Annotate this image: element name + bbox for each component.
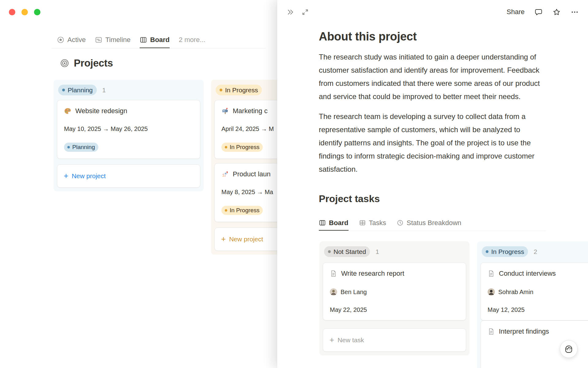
status-dot (328, 250, 331, 253)
document-icon (330, 270, 337, 277)
column-header: Planning 1 (58, 85, 199, 95)
new-task-button[interactable]: + New task (323, 328, 466, 352)
share-button[interactable]: Share (507, 8, 525, 16)
project-tasks-heading: Project tasks (319, 193, 546, 205)
clock-icon (397, 219, 404, 226)
status-dot (62, 89, 65, 91)
assignee-row: Sohrab Amin (488, 288, 588, 296)
table-icon (359, 219, 366, 226)
ai-face-icon (564, 344, 574, 354)
plus-icon: + (330, 336, 334, 344)
card-title: Write research report (341, 270, 404, 278)
board-icon (140, 36, 147, 44)
status-dot (67, 146, 70, 148)
tab-label: Board (329, 219, 349, 227)
tab-status-breakdown[interactable]: Status Breakdown (397, 216, 462, 231)
tasks-board: Not Started 1 Write research report (319, 241, 588, 368)
tab-label: Timeline (105, 36, 130, 44)
document-icon (488, 328, 495, 335)
status-pill-not-started[interactable]: Not Started (324, 246, 370, 257)
avatar-ben-lang (330, 288, 337, 296)
favorite-star-icon[interactable] (552, 8, 561, 16)
timeline-icon (95, 36, 102, 44)
column-header: In Progress 2 (482, 246, 588, 257)
status-dot (220, 89, 222, 91)
tab-label: Tasks (369, 219, 386, 227)
assignee-row: Ben Lang (330, 288, 459, 296)
tab-label: 2 more... (179, 36, 205, 44)
card-title: Website redesign (75, 107, 127, 115)
panel-content: About this project The research study wa… (319, 0, 546, 368)
avatar-sohrab-amin (488, 288, 495, 296)
card-dates: May 10, 2025 → May 26, 2025 (64, 125, 193, 132)
close-peek-chevrons-icon[interactable] (286, 8, 295, 16)
comments-icon[interactable] (534, 8, 543, 16)
status-pill-planning[interactable]: Planning (58, 85, 97, 95)
assignee-name: Ben Lang (341, 289, 367, 296)
tab-label: Active (67, 36, 86, 44)
new-project-button[interactable]: + New project (57, 164, 200, 188)
about-heading: About this project (319, 29, 546, 44)
task-card-write-research-report[interactable]: Write research report Ben Lang May 22, 2… (323, 263, 466, 320)
palette-icon (64, 107, 71, 115)
window-controls (9, 9, 40, 15)
close-window-button[interactable] (9, 9, 15, 15)
card-title: Marketing c (233, 107, 268, 115)
status-dot (225, 146, 227, 148)
page-title-row: Projects (60, 56, 113, 71)
rocket-icon (221, 171, 229, 178)
status-dot (486, 250, 488, 253)
more-options-icon[interactable] (571, 8, 579, 16)
column-header: Not Started 1 (324, 246, 465, 257)
target-icon (60, 59, 69, 68)
card-title: Product laun (233, 170, 271, 178)
notion-ai-button[interactable] (560, 340, 578, 358)
plus-icon: + (64, 172, 68, 180)
open-full-page-icon[interactable] (301, 8, 309, 16)
task-date: May 22, 2025 (330, 306, 459, 313)
assignee-name: Sohrab Amin (498, 289, 533, 296)
minimize-window-button[interactable] (21, 9, 28, 15)
tab-timeline[interactable]: Timeline (95, 32, 130, 48)
card-status-tag: Planning (64, 143, 193, 152)
tab-tasks-table[interactable]: Tasks (359, 216, 386, 231)
panel-toolbar: Share (277, 0, 588, 24)
column-count: 1 (375, 248, 379, 255)
document-icon (488, 270, 495, 277)
card-title: Interpret findings (499, 328, 549, 335)
tab-board[interactable]: Board (140, 32, 170, 48)
status-dot (225, 209, 227, 212)
tab-more-views[interactable]: 2 more... (179, 32, 205, 48)
plus-icon: + (221, 235, 226, 243)
board-column-planning: Planning 1 Website redesign May 10, 2025… (54, 80, 204, 191)
page-title: Projects (74, 57, 113, 69)
tab-active[interactable]: Active (57, 32, 86, 48)
task-date: May 12, 2025 (488, 306, 588, 313)
task-card-conduct-interviews[interactable]: Conduct interviews Sohrab Amin May 12, 2… (481, 263, 588, 320)
mailbox-icon (221, 107, 229, 115)
star-circle-icon (57, 36, 64, 44)
tasks-view-tabs: Board Tasks Status Breakdown (319, 216, 546, 231)
side-peek-panel: Share About this project The research st… (277, 0, 588, 368)
project-card-website-redesign[interactable]: Website redesign May 10, 2025 → May 26, … (57, 100, 200, 159)
about-paragraph-2: The research team is developing a survey… (319, 110, 544, 176)
column-count: 2 (533, 248, 537, 255)
card-title: Conduct interviews (499, 270, 556, 278)
status-pill-in-progress[interactable]: In Progress (216, 85, 262, 95)
tab-label: Status Breakdown (407, 219, 462, 227)
view-tabs: Active Timeline Board 2 more... (51, 32, 266, 48)
about-paragraph-1: The research study was initiated to gain… (319, 50, 544, 103)
tasks-column-not-started: Not Started 1 Write research report (319, 241, 469, 355)
tab-label: Board (150, 36, 170, 44)
zoom-window-button[interactable] (34, 9, 40, 15)
board-icon (319, 219, 326, 226)
tab-tasks-board[interactable]: Board (319, 216, 349, 231)
status-pill-in-progress[interactable]: In Progress (482, 246, 528, 257)
column-count: 1 (102, 86, 106, 94)
